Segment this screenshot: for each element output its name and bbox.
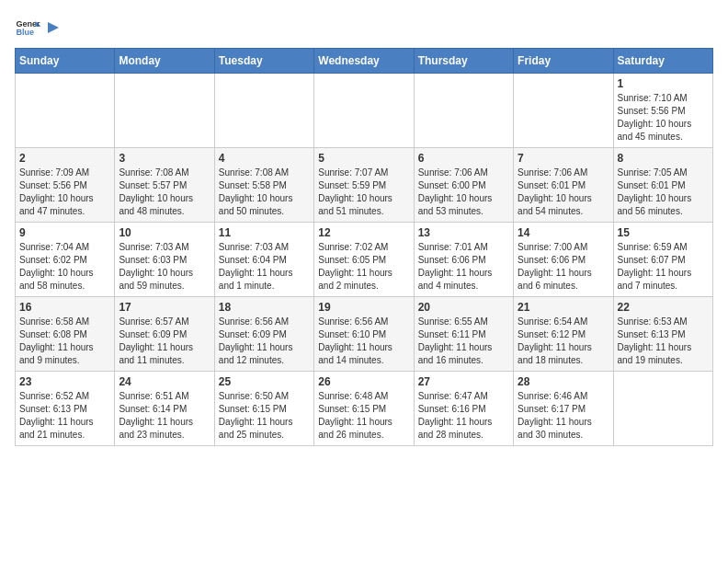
calendar-cell: 15Sunrise: 6:59 AM Sunset: 6:07 PM Dayli… — [613, 223, 712, 297]
calendar-cell — [16, 74, 115, 148]
day-info: Sunrise: 6:47 AM Sunset: 6:16 PM Dayligh… — [418, 390, 509, 442]
calendar-cell: 24Sunrise: 6:51 AM Sunset: 6:14 PM Dayli… — [115, 372, 214, 446]
day-number: 18 — [219, 301, 310, 314]
logo: General Blue — [15, 15, 61, 40]
calendar-header-row: SundayMondayTuesdayWednesdayThursdayFrid… — [16, 49, 713, 74]
calendar-cell: 13Sunrise: 7:01 AM Sunset: 6:06 PM Dayli… — [414, 223, 513, 297]
calendar-cell: 26Sunrise: 6:48 AM Sunset: 6:15 PM Dayli… — [314, 372, 414, 446]
day-number: 5 — [318, 152, 409, 165]
calendar-cell: 17Sunrise: 6:57 AM Sunset: 6:09 PM Dayli… — [115, 297, 214, 372]
day-info: Sunrise: 6:46 AM Sunset: 6:17 PM Dayligh… — [518, 390, 609, 442]
day-number: 12 — [318, 226, 409, 239]
day-info: Sunrise: 7:04 AM Sunset: 6:02 PM Dayligh… — [19, 241, 110, 293]
day-number: 1 — [618, 77, 709, 90]
header-friday: Friday — [514, 49, 613, 74]
calendar-cell — [314, 74, 414, 148]
calendar-cell — [613, 372, 712, 446]
calendar-cell: 14Sunrise: 7:00 AM Sunset: 6:06 PM Dayli… — [514, 223, 613, 297]
day-number: 23 — [19, 375, 110, 388]
header-thursday: Thursday — [414, 49, 513, 74]
day-number: 10 — [119, 226, 210, 239]
calendar-cell: 20Sunrise: 6:55 AM Sunset: 6:11 PM Dayli… — [414, 297, 513, 372]
calendar-cell: 10Sunrise: 7:03 AM Sunset: 6:03 PM Dayli… — [115, 223, 214, 297]
calendar-cell: 2Sunrise: 7:09 AM Sunset: 5:56 PM Daylig… — [16, 148, 115, 223]
day-info: Sunrise: 7:05 AM Sunset: 6:01 PM Dayligh… — [618, 167, 709, 218]
calendar-cell — [414, 74, 513, 148]
calendar-cell: 25Sunrise: 6:50 AM Sunset: 6:15 PM Dayli… — [214, 372, 313, 446]
header-wednesday: Wednesday — [314, 49, 414, 74]
day-info: Sunrise: 7:01 AM Sunset: 6:06 PM Dayligh… — [418, 241, 509, 293]
day-info: Sunrise: 7:06 AM Sunset: 6:00 PM Dayligh… — [418, 167, 509, 218]
day-number: 17 — [119, 301, 210, 314]
calendar-cell: 16Sunrise: 6:58 AM Sunset: 6:08 PM Dayli… — [16, 297, 115, 372]
day-info: Sunrise: 7:08 AM Sunset: 5:58 PM Dayligh… — [219, 167, 310, 218]
calendar-cell: 19Sunrise: 6:56 AM Sunset: 6:10 PM Dayli… — [314, 297, 414, 372]
calendar-cell: 27Sunrise: 6:47 AM Sunset: 6:16 PM Dayli… — [414, 372, 513, 446]
day-number: 25 — [219, 375, 310, 388]
day-info: Sunrise: 6:57 AM Sunset: 6:09 PM Dayligh… — [119, 316, 210, 367]
day-number: 11 — [219, 226, 310, 239]
header-saturday: Saturday — [613, 49, 712, 74]
day-number: 28 — [518, 375, 609, 388]
calendar-cell: 22Sunrise: 6:53 AM Sunset: 6:13 PM Dayli… — [613, 297, 712, 372]
calendar-week-0: 1Sunrise: 7:10 AM Sunset: 5:56 PM Daylig… — [16, 74, 713, 148]
day-number: 6 — [418, 152, 509, 165]
day-info: Sunrise: 7:10 AM Sunset: 5:56 PM Dayligh… — [618, 92, 709, 144]
logo-icon: General Blue — [15, 15, 40, 40]
day-number: 24 — [119, 375, 210, 388]
day-info: Sunrise: 7:07 AM Sunset: 5:59 PM Dayligh… — [318, 167, 409, 218]
header-sunday: Sunday — [16, 49, 115, 74]
calendar-cell: 18Sunrise: 6:56 AM Sunset: 6:09 PM Dayli… — [214, 297, 313, 372]
calendar-cell: 6Sunrise: 7:06 AM Sunset: 6:00 PM Daylig… — [414, 148, 513, 223]
calendar-cell: 1Sunrise: 7:10 AM Sunset: 5:56 PM Daylig… — [613, 74, 712, 148]
calendar-cell: 28Sunrise: 6:46 AM Sunset: 6:17 PM Dayli… — [514, 372, 613, 446]
calendar-week-1: 2Sunrise: 7:09 AM Sunset: 5:56 PM Daylig… — [16, 148, 713, 223]
calendar-table: SundayMondayTuesdayWednesdayThursdayFrid… — [15, 48, 713, 446]
calendar-week-3: 16Sunrise: 6:58 AM Sunset: 6:08 PM Dayli… — [16, 297, 713, 372]
day-info: Sunrise: 6:56 AM Sunset: 6:09 PM Dayligh… — [219, 316, 310, 367]
calendar-cell — [514, 74, 613, 148]
day-number: 14 — [518, 226, 609, 239]
day-number: 22 — [618, 301, 709, 314]
logo-flag-icon — [46, 20, 61, 35]
day-info: Sunrise: 7:09 AM Sunset: 5:56 PM Dayligh… — [19, 167, 110, 218]
day-info: Sunrise: 6:58 AM Sunset: 6:08 PM Dayligh… — [19, 316, 110, 367]
day-number: 9 — [19, 226, 110, 239]
day-number: 4 — [219, 152, 310, 165]
calendar-cell: 8Sunrise: 7:05 AM Sunset: 6:01 PM Daylig… — [613, 148, 712, 223]
calendar-cell — [214, 74, 313, 148]
calendar-cell: 4Sunrise: 7:08 AM Sunset: 5:58 PM Daylig… — [214, 148, 313, 223]
calendar-cell: 12Sunrise: 7:02 AM Sunset: 6:05 PM Dayli… — [314, 223, 414, 297]
day-info: Sunrise: 7:03 AM Sunset: 6:04 PM Dayligh… — [219, 241, 310, 293]
day-number: 15 — [618, 226, 709, 239]
svg-marker-5 — [48, 22, 59, 33]
day-number: 26 — [318, 375, 409, 388]
calendar-cell: 3Sunrise: 7:08 AM Sunset: 5:57 PM Daylig… — [115, 148, 214, 223]
calendar-cell: 23Sunrise: 6:52 AM Sunset: 6:13 PM Dayli… — [16, 372, 115, 446]
calendar-cell — [115, 74, 214, 148]
day-number: 8 — [618, 152, 709, 165]
day-number: 27 — [418, 375, 509, 388]
calendar-cell: 11Sunrise: 7:03 AM Sunset: 6:04 PM Dayli… — [214, 223, 313, 297]
calendar-cell: 21Sunrise: 6:54 AM Sunset: 6:12 PM Dayli… — [514, 297, 613, 372]
day-info: Sunrise: 6:52 AM Sunset: 6:13 PM Dayligh… — [19, 390, 110, 442]
day-number: 21 — [518, 301, 609, 314]
header-tuesday: Tuesday — [214, 49, 313, 74]
calendar-cell: 5Sunrise: 7:07 AM Sunset: 5:59 PM Daylig… — [314, 148, 414, 223]
day-info: Sunrise: 7:02 AM Sunset: 6:05 PM Dayligh… — [318, 241, 409, 293]
svg-text:Blue: Blue — [16, 28, 34, 37]
day-info: Sunrise: 6:56 AM Sunset: 6:10 PM Dayligh… — [318, 316, 409, 367]
day-number: 16 — [19, 301, 110, 314]
day-info: Sunrise: 7:00 AM Sunset: 6:06 PM Dayligh… — [518, 241, 609, 293]
day-info: Sunrise: 7:06 AM Sunset: 6:01 PM Dayligh… — [518, 167, 609, 218]
day-info: Sunrise: 6:55 AM Sunset: 6:11 PM Dayligh… — [418, 316, 509, 367]
day-info: Sunrise: 7:08 AM Sunset: 5:57 PM Dayligh… — [119, 167, 210, 218]
day-info: Sunrise: 6:50 AM Sunset: 6:15 PM Dayligh… — [219, 390, 310, 442]
day-info: Sunrise: 6:51 AM Sunset: 6:14 PM Dayligh… — [119, 390, 210, 442]
day-number: 7 — [518, 152, 609, 165]
day-info: Sunrise: 6:48 AM Sunset: 6:15 PM Dayligh… — [318, 390, 409, 442]
day-number: 13 — [418, 226, 509, 239]
calendar-cell: 9Sunrise: 7:04 AM Sunset: 6:02 PM Daylig… — [16, 223, 115, 297]
day-info: Sunrise: 6:54 AM Sunset: 6:12 PM Dayligh… — [518, 316, 609, 367]
day-number: 20 — [418, 301, 509, 314]
